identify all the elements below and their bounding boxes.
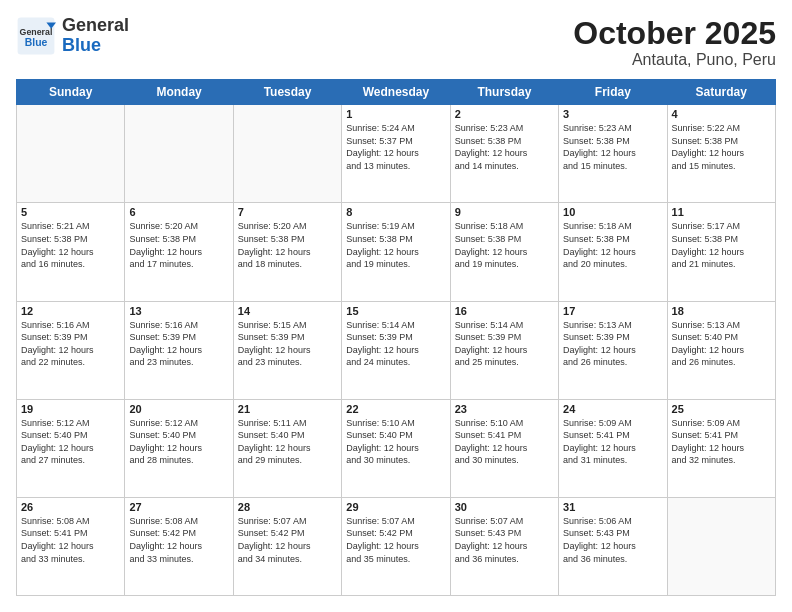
table-row: 16Sunrise: 5:14 AMSunset: 5:39 PMDayligh… bbox=[450, 301, 558, 399]
day-info: Sunrise: 5:08 AMSunset: 5:41 PMDaylight:… bbox=[21, 515, 120, 565]
day-number: 2 bbox=[455, 108, 554, 120]
day-info: Sunrise: 5:15 AMSunset: 5:39 PMDaylight:… bbox=[238, 319, 337, 369]
day-number: 6 bbox=[129, 206, 228, 218]
day-info: Sunrise: 5:21 AMSunset: 5:38 PMDaylight:… bbox=[21, 220, 120, 270]
day-info: Sunrise: 5:14 AMSunset: 5:39 PMDaylight:… bbox=[455, 319, 554, 369]
day-info: Sunrise: 5:13 AMSunset: 5:39 PMDaylight:… bbox=[563, 319, 662, 369]
table-row: 12Sunrise: 5:16 AMSunset: 5:39 PMDayligh… bbox=[17, 301, 125, 399]
col-sunday: Sunday bbox=[17, 80, 125, 105]
day-info: Sunrise: 5:24 AMSunset: 5:37 PMDaylight:… bbox=[346, 122, 445, 172]
day-info: Sunrise: 5:12 AMSunset: 5:40 PMDaylight:… bbox=[21, 417, 120, 467]
table-row: 30Sunrise: 5:07 AMSunset: 5:43 PMDayligh… bbox=[450, 497, 558, 595]
day-info: Sunrise: 5:12 AMSunset: 5:40 PMDaylight:… bbox=[129, 417, 228, 467]
svg-text:Blue: Blue bbox=[25, 37, 48, 48]
table-row: 10Sunrise: 5:18 AMSunset: 5:38 PMDayligh… bbox=[559, 203, 667, 301]
day-info: Sunrise: 5:10 AMSunset: 5:41 PMDaylight:… bbox=[455, 417, 554, 467]
day-number: 3 bbox=[563, 108, 662, 120]
col-thursday: Thursday bbox=[450, 80, 558, 105]
day-number: 5 bbox=[21, 206, 120, 218]
day-number: 15 bbox=[346, 305, 445, 317]
day-number: 12 bbox=[21, 305, 120, 317]
day-number: 27 bbox=[129, 501, 228, 513]
day-info: Sunrise: 5:16 AMSunset: 5:39 PMDaylight:… bbox=[129, 319, 228, 369]
day-number: 11 bbox=[672, 206, 771, 218]
days-header-row: Sunday Monday Tuesday Wednesday Thursday… bbox=[17, 80, 776, 105]
table-row: 23Sunrise: 5:10 AMSunset: 5:41 PMDayligh… bbox=[450, 399, 558, 497]
table-row bbox=[125, 105, 233, 203]
table-row: 9Sunrise: 5:18 AMSunset: 5:38 PMDaylight… bbox=[450, 203, 558, 301]
table-row: 8Sunrise: 5:19 AMSunset: 5:38 PMDaylight… bbox=[342, 203, 450, 301]
day-info: Sunrise: 5:09 AMSunset: 5:41 PMDaylight:… bbox=[672, 417, 771, 467]
day-info: Sunrise: 5:16 AMSunset: 5:39 PMDaylight:… bbox=[21, 319, 120, 369]
table-row: 15Sunrise: 5:14 AMSunset: 5:39 PMDayligh… bbox=[342, 301, 450, 399]
day-number: 29 bbox=[346, 501, 445, 513]
table-row: 2Sunrise: 5:23 AMSunset: 5:38 PMDaylight… bbox=[450, 105, 558, 203]
day-info: Sunrise: 5:09 AMSunset: 5:41 PMDaylight:… bbox=[563, 417, 662, 467]
day-number: 23 bbox=[455, 403, 554, 415]
calendar-table: Sunday Monday Tuesday Wednesday Thursday… bbox=[16, 79, 776, 596]
day-info: Sunrise: 5:20 AMSunset: 5:38 PMDaylight:… bbox=[129, 220, 228, 270]
day-number: 4 bbox=[672, 108, 771, 120]
table-row: 17Sunrise: 5:13 AMSunset: 5:39 PMDayligh… bbox=[559, 301, 667, 399]
day-info: Sunrise: 5:07 AMSunset: 5:42 PMDaylight:… bbox=[238, 515, 337, 565]
day-info: Sunrise: 5:10 AMSunset: 5:40 PMDaylight:… bbox=[346, 417, 445, 467]
table-row: 24Sunrise: 5:09 AMSunset: 5:41 PMDayligh… bbox=[559, 399, 667, 497]
day-number: 25 bbox=[672, 403, 771, 415]
day-info: Sunrise: 5:07 AMSunset: 5:42 PMDaylight:… bbox=[346, 515, 445, 565]
day-number: 21 bbox=[238, 403, 337, 415]
col-monday: Monday bbox=[125, 80, 233, 105]
day-number: 1 bbox=[346, 108, 445, 120]
table-row: 1Sunrise: 5:24 AMSunset: 5:37 PMDaylight… bbox=[342, 105, 450, 203]
table-row: 29Sunrise: 5:07 AMSunset: 5:42 PMDayligh… bbox=[342, 497, 450, 595]
page: General Blue General Blue October 2025 A… bbox=[0, 0, 792, 612]
day-number: 8 bbox=[346, 206, 445, 218]
table-row: 21Sunrise: 5:11 AMSunset: 5:40 PMDayligh… bbox=[233, 399, 341, 497]
table-row: 25Sunrise: 5:09 AMSunset: 5:41 PMDayligh… bbox=[667, 399, 775, 497]
table-row: 13Sunrise: 5:16 AMSunset: 5:39 PMDayligh… bbox=[125, 301, 233, 399]
calendar-week-row: 5Sunrise: 5:21 AMSunset: 5:38 PMDaylight… bbox=[17, 203, 776, 301]
header: General Blue General Blue October 2025 A… bbox=[16, 16, 776, 69]
day-number: 9 bbox=[455, 206, 554, 218]
svg-text:General: General bbox=[20, 27, 53, 37]
calendar-week-row: 12Sunrise: 5:16 AMSunset: 5:39 PMDayligh… bbox=[17, 301, 776, 399]
day-number: 13 bbox=[129, 305, 228, 317]
day-number: 17 bbox=[563, 305, 662, 317]
day-info: Sunrise: 5:08 AMSunset: 5:42 PMDaylight:… bbox=[129, 515, 228, 565]
day-info: Sunrise: 5:14 AMSunset: 5:39 PMDaylight:… bbox=[346, 319, 445, 369]
col-saturday: Saturday bbox=[667, 80, 775, 105]
day-info: Sunrise: 5:22 AMSunset: 5:38 PMDaylight:… bbox=[672, 122, 771, 172]
day-info: Sunrise: 5:13 AMSunset: 5:40 PMDaylight:… bbox=[672, 319, 771, 369]
day-number: 26 bbox=[21, 501, 120, 513]
day-info: Sunrise: 5:18 AMSunset: 5:38 PMDaylight:… bbox=[455, 220, 554, 270]
calendar-week-row: 26Sunrise: 5:08 AMSunset: 5:41 PMDayligh… bbox=[17, 497, 776, 595]
col-friday: Friday bbox=[559, 80, 667, 105]
day-number: 14 bbox=[238, 305, 337, 317]
day-number: 22 bbox=[346, 403, 445, 415]
table-row: 11Sunrise: 5:17 AMSunset: 5:38 PMDayligh… bbox=[667, 203, 775, 301]
table-row: 22Sunrise: 5:10 AMSunset: 5:40 PMDayligh… bbox=[342, 399, 450, 497]
day-number: 19 bbox=[21, 403, 120, 415]
logo-icon: General Blue bbox=[16, 16, 56, 56]
logo-general-text: General bbox=[62, 15, 129, 35]
calendar-title: October 2025 bbox=[573, 16, 776, 51]
day-info: Sunrise: 5:20 AMSunset: 5:38 PMDaylight:… bbox=[238, 220, 337, 270]
day-info: Sunrise: 5:18 AMSunset: 5:38 PMDaylight:… bbox=[563, 220, 662, 270]
table-row: 27Sunrise: 5:08 AMSunset: 5:42 PMDayligh… bbox=[125, 497, 233, 595]
day-info: Sunrise: 5:11 AMSunset: 5:40 PMDaylight:… bbox=[238, 417, 337, 467]
logo: General Blue General Blue bbox=[16, 16, 129, 56]
day-number: 24 bbox=[563, 403, 662, 415]
day-info: Sunrise: 5:17 AMSunset: 5:38 PMDaylight:… bbox=[672, 220, 771, 270]
day-number: 18 bbox=[672, 305, 771, 317]
day-number: 20 bbox=[129, 403, 228, 415]
day-info: Sunrise: 5:23 AMSunset: 5:38 PMDaylight:… bbox=[563, 122, 662, 172]
day-info: Sunrise: 5:23 AMSunset: 5:38 PMDaylight:… bbox=[455, 122, 554, 172]
table-row: 3Sunrise: 5:23 AMSunset: 5:38 PMDaylight… bbox=[559, 105, 667, 203]
table-row: 31Sunrise: 5:06 AMSunset: 5:43 PMDayligh… bbox=[559, 497, 667, 595]
title-area: October 2025 Antauta, Puno, Peru bbox=[573, 16, 776, 69]
table-row: 20Sunrise: 5:12 AMSunset: 5:40 PMDayligh… bbox=[125, 399, 233, 497]
day-number: 7 bbox=[238, 206, 337, 218]
day-number: 10 bbox=[563, 206, 662, 218]
table-row: 14Sunrise: 5:15 AMSunset: 5:39 PMDayligh… bbox=[233, 301, 341, 399]
table-row: 28Sunrise: 5:07 AMSunset: 5:42 PMDayligh… bbox=[233, 497, 341, 595]
calendar-week-row: 1Sunrise: 5:24 AMSunset: 5:37 PMDaylight… bbox=[17, 105, 776, 203]
